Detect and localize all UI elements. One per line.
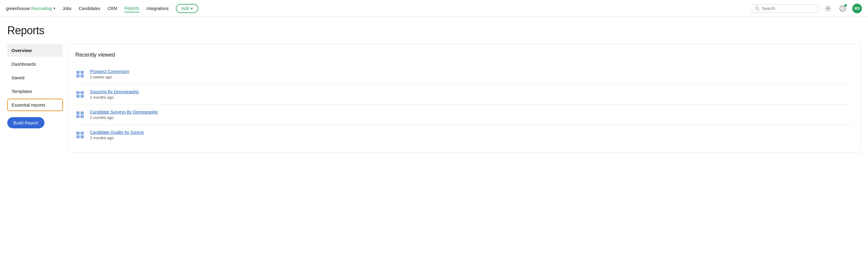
svg-rect-14 [81,111,84,114]
report-name-1[interactable]: Sourcing By Demographic [90,89,139,94]
logo-greenhouse: greenhouse [6,6,30,11]
svg-rect-5 [76,71,80,74]
svg-rect-13 [76,111,80,114]
nav-reports[interactable]: Reports [124,4,139,12]
grid-icon [76,111,85,118]
recently-viewed-title: Recently viewed [75,52,853,58]
report-icon-2 [75,111,85,119]
report-item[interactable]: Candidate Quality by Source 2 months ago [75,125,853,145]
add-button[interactable]: Add ▾ [176,4,198,13]
page-header: Reports [0,17,868,39]
search-icon [755,6,760,11]
report-name-3[interactable]: Candidate Quality by Source [90,130,144,135]
report-name-0[interactable]: Prospect Conversion [90,69,129,74]
logo[interactable]: greenhouse Recruiting ▾ [6,6,55,11]
add-caret-icon: ▾ [191,6,193,11]
add-label: Add [181,6,189,11]
svg-point-2 [827,7,829,9]
main-content: Recently viewed Prospect Conversion 2 we… [68,44,861,153]
page-body: Overview Dashboards Saved Templates Esse… [0,39,868,157]
svg-rect-15 [76,115,80,118]
report-icon-0 [75,70,85,79]
report-item[interactable]: Sourcing By Demographic 2 months ago [75,85,853,105]
svg-rect-6 [81,71,84,74]
search-bar[interactable] [752,4,818,13]
report-info-1: Sourcing By Demographic 2 months ago [90,89,139,99]
report-time-0: 2 weeks ago [90,75,129,79]
logo-caret-icon: ▾ [54,6,55,10]
svg-rect-11 [76,95,80,98]
gear-icon [825,5,831,12]
sidebar-overview-label: Overview [11,48,32,53]
logo-recruiting: Recruiting [31,6,52,11]
grid-icon [76,70,85,78]
svg-rect-18 [81,132,84,135]
report-time-2: 2 months ago [90,115,158,120]
sidebar-item-overview[interactable]: Overview [7,44,63,57]
svg-rect-10 [81,91,84,94]
report-info-2: Candidate Surveys By Demographic 2 month… [90,110,158,120]
nav-links: Jobs Candidates CRM Reports Integrations… [63,4,745,13]
nav-integrations[interactable]: Integrations [147,5,168,12]
sidebar-saved-label: Saved [11,75,25,80]
report-time-3: 2 months ago [90,136,144,140]
sidebar-item-templates[interactable]: Templates [7,85,63,97]
svg-rect-7 [76,75,80,78]
grid-icon [76,131,85,139]
search-input[interactable] [762,6,815,11]
nav-crm[interactable]: CRM [107,5,117,12]
report-icon-1 [75,90,85,99]
sidebar-dashboards-label: Dashboards [11,61,36,67]
svg-rect-16 [81,115,84,118]
avatar[interactable]: MS [852,4,862,13]
top-nav: greenhouse Recruiting ▾ Jobs Candidates … [0,0,868,17]
help-icon: ? [839,5,846,12]
svg-text:?: ? [841,6,843,10]
svg-rect-20 [81,135,84,138]
report-icon-3 [75,131,85,139]
report-list: Prospect Conversion 2 weeks ago Sourcing… [75,64,853,145]
nav-candidates[interactable]: Candidates [79,5,100,12]
sidebar-item-saved[interactable]: Saved [7,71,63,84]
settings-button[interactable] [823,4,833,13]
svg-line-1 [758,9,759,10]
svg-rect-9 [76,91,80,94]
page-title: Reports [7,24,861,37]
report-info-3: Candidate Quality by Source 2 months ago [90,130,144,140]
nav-right: ? MS [752,4,862,13]
sidebar-essential-reports-label: Essential reports [11,102,45,108]
sidebar-item-essential-reports[interactable]: Essential reports [7,99,63,111]
report-name-2[interactable]: Candidate Surveys By Demographic [90,110,158,114]
svg-rect-17 [76,132,80,135]
build-report-button[interactable]: Build Report [7,117,44,128]
report-info-0: Prospect Conversion 2 weeks ago [90,69,129,79]
report-item[interactable]: Prospect Conversion 2 weeks ago [75,64,853,85]
sidebar: Overview Dashboards Saved Templates Esse… [7,44,68,153]
svg-rect-12 [81,95,84,98]
report-item[interactable]: Candidate Surveys By Demographic 2 month… [75,105,853,125]
sidebar-templates-label: Templates [11,89,32,94]
report-time-1: 2 months ago [90,95,139,99]
grid-icon [76,91,85,98]
nav-jobs[interactable]: Jobs [63,5,72,12]
help-button[interactable]: ? [838,4,847,13]
svg-rect-19 [76,135,80,138]
svg-rect-8 [81,75,84,78]
sidebar-item-dashboards[interactable]: Dashboards [7,58,63,70]
